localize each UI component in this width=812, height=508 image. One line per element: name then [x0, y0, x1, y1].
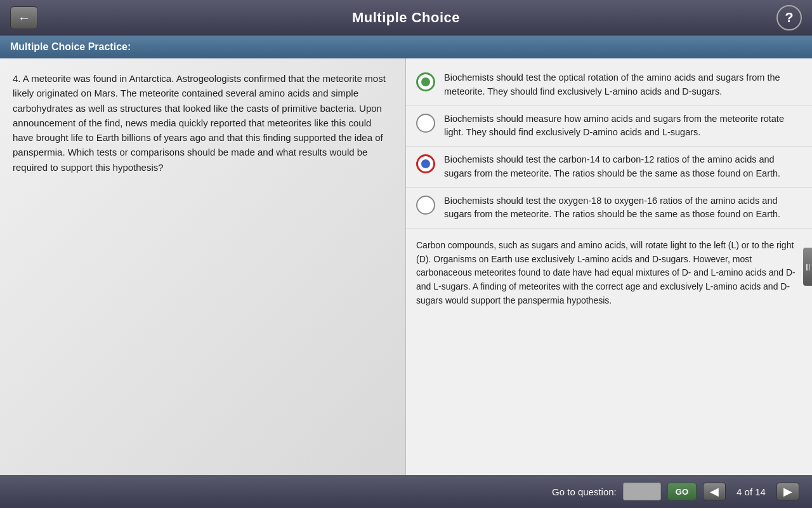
side-handle-icon: ||| [806, 263, 809, 271]
back-button[interactable]: ← [10, 6, 38, 29]
page-counter: 4 of 14 [732, 486, 770, 497]
back-arrow-icon: ← [18, 11, 30, 25]
explanation-area: Carbon compounds, such as sugars and ami… [406, 231, 812, 315]
prev-button[interactable]: ◀ [703, 483, 726, 500]
main-content: 4. A meteorite was found in Antarctica. … [0, 58, 812, 475]
radio-d [416, 196, 435, 215]
answer-text-d: Biochemists should test the oxygen-18 to… [444, 194, 802, 222]
answer-option-b[interactable]: Biochemists should measure how amino aci… [406, 106, 812, 147]
question-text: 4. A meteorite was found in Antarctica. … [13, 71, 393, 175]
radio-c [416, 154, 435, 173]
goto-input[interactable] [623, 483, 661, 500]
section-title: Multiple Choice Practice: [10, 41, 131, 53]
answer-text-b: Biochemists should measure how amino aci… [444, 112, 802, 140]
radio-b [416, 114, 435, 133]
radio-a [416, 72, 435, 91]
section-header: Multiple Choice Practice: [0, 36, 812, 58]
question-panel: 4. A meteorite was found in Antarctica. … [0, 58, 406, 475]
answer-option-c[interactable]: Biochemists should test the carbon-14 to… [406, 147, 812, 188]
app-header: ← Multiple Choice ? [0, 0, 812, 36]
footer: Go to question: GO ◀ 4 of 14 ▶ [0, 475, 812, 508]
answer-text-c: Biochemists should test the carbon-14 to… [444, 153, 802, 181]
help-button[interactable]: ? [776, 5, 802, 30]
answer-panel: Biochemists should test the optical rota… [406, 58, 812, 475]
answer-option-d[interactable]: Biochemists should test the oxygen-18 to… [406, 188, 812, 229]
go-button[interactable]: GO [667, 483, 697, 500]
side-handle[interactable]: ||| [803, 248, 812, 286]
answer-option-a[interactable]: Biochemists should test the optical rota… [406, 65, 812, 106]
next-button[interactable]: ▶ [776, 483, 799, 500]
goto-label: Go to question: [552, 486, 617, 497]
answer-text-a: Biochemists should test the optical rota… [444, 71, 802, 99]
help-icon: ? [785, 10, 793, 26]
explanation-text: Carbon compounds, such as sugars and ami… [416, 239, 802, 307]
page-title: Multiple Choice [352, 10, 460, 26]
